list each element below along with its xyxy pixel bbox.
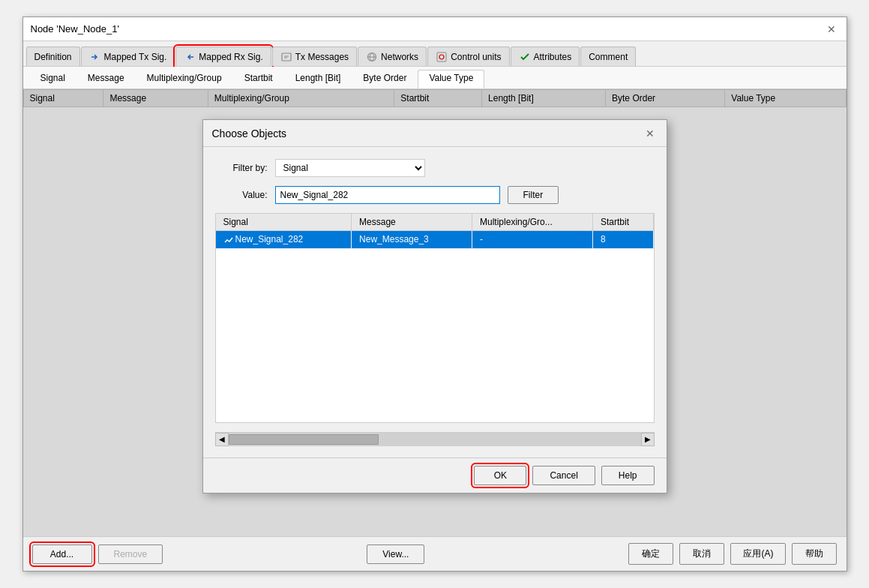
filter-by-select[interactable]: Signal Message Node [275, 159, 425, 177]
sub-tab-message[interactable]: Message [76, 70, 136, 88]
value-label: Value: [215, 190, 268, 200]
window-title: Node 'New_Node_1' [31, 23, 119, 34]
cancel-cn-button[interactable]: 取消 [679, 543, 724, 565]
tab-mapped-tx-label: Mapped Tx Sig. [104, 52, 167, 62]
add-button[interactable]: Add... [32, 544, 92, 564]
value-row: Value: Filter [215, 186, 655, 204]
modal-close-button[interactable]: ✕ [643, 128, 658, 140]
content-area: Signal Message Multiplexing/Group Startb… [23, 89, 847, 536]
sub-tab-byteorder[interactable]: Byte Order [352, 70, 418, 88]
tab-attributes[interactable]: Attributes [511, 46, 580, 66]
networks-icon [366, 51, 378, 63]
mapped-rx-icon [184, 51, 196, 63]
svg-rect-0 [282, 53, 291, 61]
filter-button[interactable]: Filter [508, 186, 559, 204]
table-row[interactable]: New_Signal_282New_Message_3-8 [216, 231, 654, 249]
control-units-icon [436, 51, 448, 63]
bottom-left-buttons: Add... Remove [32, 544, 163, 564]
apply-cn-button[interactable]: 应用(A) [730, 543, 786, 565]
modal-title-bar: Choose Objects ✕ [203, 120, 667, 147]
scroll-left-button[interactable]: ◀ [215, 433, 229, 446]
tab-networks-label: Networks [381, 52, 418, 62]
tab-mapped-tx[interactable]: Mapped Tx Sig. [81, 46, 175, 66]
sub-tab-bar: Signal Message Multiplexing/Group Startb… [23, 67, 847, 89]
help-cn-button[interactable]: 帮助 [792, 543, 837, 565]
tab-comment-label: Comment [589, 52, 628, 62]
obj-col-startbit: Startbit [592, 214, 653, 231]
tab-definition[interactable]: Definition [26, 46, 80, 66]
cell-multiplexing: - [472, 231, 593, 249]
choose-objects-dialog: Choose Objects ✕ Filter by: Signal Messa… [202, 119, 667, 494]
ok-cn-button[interactable]: 确定 [628, 543, 673, 565]
main-tab-bar: Definition Mapped Tx Sig. Mapped Rx Sig.… [23, 41, 847, 67]
obj-col-message: Message [352, 214, 472, 231]
object-table: Signal Message Multiplexing/Gro... Start… [216, 214, 654, 249]
bottom-right-buttons: 确定 取消 应用(A) 帮助 [628, 543, 837, 565]
tab-mapped-rx[interactable]: Mapped Rx Sig. [175, 46, 271, 66]
svg-rect-6 [437, 52, 446, 62]
sub-tab-multiplexing[interactable]: Multiplexing/Group [136, 70, 233, 88]
cell-startbit: 8 [592, 231, 653, 249]
scroll-track[interactable] [229, 433, 641, 446]
scroll-right-button[interactable]: ▶ [641, 433, 655, 446]
tx-messages-icon [280, 51, 292, 63]
title-bar: Node 'New_Node_1' ✕ [23, 17, 847, 41]
obj-col-signal: Signal [216, 214, 352, 231]
ok-button[interactable]: OK [474, 466, 526, 485]
value-input[interactable] [275, 186, 500, 204]
remove-button[interactable]: Remove [98, 544, 163, 564]
attributes-icon [519, 51, 531, 63]
tab-control-units[interactable]: Control units [427, 46, 509, 66]
tab-networks[interactable]: Networks [358, 46, 427, 66]
tab-definition-label: Definition [34, 52, 72, 62]
modal-overlay: Choose Objects ✕ Filter by: Signal Messa… [23, 89, 847, 536]
tab-comment[interactable]: Comment [580, 46, 636, 66]
tab-tx-messages-label: Tx Messages [295, 52, 349, 62]
modal-title: Choose Objects [212, 128, 287, 140]
sub-tab-startbit[interactable]: Startbit [233, 70, 284, 88]
main-window: Node 'New_Node_1' ✕ Definition Mapped Tx… [22, 16, 847, 572]
tab-tx-messages[interactable]: Tx Messages [272, 46, 357, 66]
horizontal-scrollbar[interactable]: ◀ ▶ [215, 432, 655, 446]
mapped-tx-icon [89, 51, 101, 63]
help-button[interactable]: Help [601, 466, 655, 485]
cell-signal: New_Signal_282 [216, 231, 352, 249]
modal-footer: OK Cancel Help [203, 458, 667, 493]
filter-by-label: Filter by: [215, 163, 268, 173]
svg-point-5 [439, 55, 444, 59]
sub-tab-valuetype[interactable]: Value Type [418, 70, 484, 88]
sub-tab-length[interactable]: Length [Bit] [284, 70, 352, 88]
obj-col-multiplexing: Multiplexing/Gro... [472, 214, 593, 231]
scroll-thumb[interactable] [229, 434, 379, 445]
tab-mapped-rx-label: Mapped Rx Sig. [199, 52, 262, 62]
modal-body: Filter by: Signal Message Node Value: Fi… [203, 147, 667, 458]
window-close-button[interactable]: ✕ [824, 23, 839, 35]
view-button[interactable]: View... [367, 544, 424, 564]
cancel-button[interactable]: Cancel [532, 466, 595, 485]
tab-attributes-label: Attributes [534, 52, 572, 62]
object-table-container: Signal Message Multiplexing/Gro... Start… [215, 213, 655, 423]
sub-tab-signal[interactable]: Signal [29, 70, 76, 88]
filter-by-row: Filter by: Signal Message Node [215, 159, 655, 177]
tab-control-units-label: Control units [451, 52, 501, 62]
bottom-bar: Add... Remove View... 确定 取消 应用(A) 帮助 [23, 536, 847, 571]
cell-message: New_Message_3 [352, 231, 472, 249]
